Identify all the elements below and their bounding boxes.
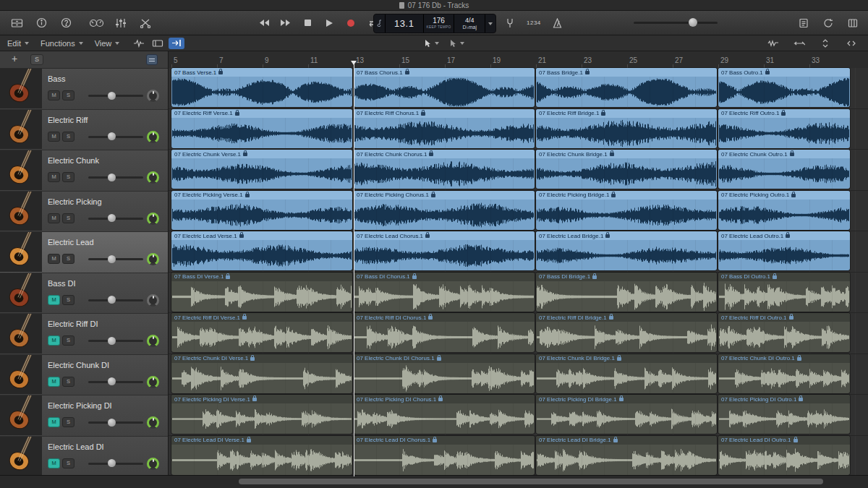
editors-icon[interactable] [136,15,155,31]
mute-button[interactable]: M [48,335,60,346]
functions-menu[interactable]: Functions [41,39,83,48]
region-07-electric-lead-di-verse-1[interactable]: 07 Electric Lead DI Verse.1 [171,436,352,475]
add-track-button[interactable]: + [12,53,17,64]
region-07-electric-chunk-verse-1[interactable]: 07 Electric Chunk Verse.1 [171,150,352,189]
pointer-tool-menu[interactable] [424,39,439,48]
volume-slider[interactable] [88,381,143,383]
inspector-icon[interactable] [32,15,51,31]
solo-button[interactable]: S [62,213,75,223]
region-07-electric-lead-di-bridge-1[interactable]: 07 Electric Lead DI Bridge.1 [536,436,717,475]
region-07-bass-di-bridge-1[interactable]: 07 Bass DI Bridge.1 [536,273,717,312]
volume-slider[interactable] [88,258,143,260]
region-07-electric-riff-verse-1[interactable]: 07 Electric Riff Verse.1 [171,109,352,148]
master-volume-knob[interactable] [689,18,697,27]
region-07-electric-picking-bridge-1[interactable]: 07 Electric Picking Bridge.1 [536,191,717,230]
rewind-icon[interactable] [255,16,273,30]
quick-help-icon[interactable] [56,15,75,31]
mute-button[interactable]: M [48,295,60,305]
region-07-electric-lead-di-outro-1[interactable]: 07 Electric Lead DI Outro.1 [718,436,850,475]
track-header-electric-chunk-di[interactable]: Electric Chunk DIMS [0,355,168,396]
solo-button[interactable]: S [62,417,75,427]
playhead[interactable] [354,61,354,476]
horizontal-zoom-stepper[interactable] [843,38,859,49]
volume-knob[interactable] [108,459,116,467]
region-07-bass-verse-1[interactable]: 07 Bass Verse.1 [171,68,352,107]
pan-knob[interactable] [147,213,159,225]
region-07-electric-chunk-di-verse-1[interactable]: 07 Electric Chunk DI Verse.1 [171,354,352,393]
edit-menu[interactable]: Edit [7,39,29,48]
bar-ruler[interactable]: 579111315171921232527293133 [169,51,868,69]
horizontal-scrollbar[interactable] [0,475,868,488]
mute-button[interactable]: M [48,132,60,142]
solo-button[interactable]: S [62,295,75,305]
volume-knob[interactable] [108,377,116,385]
volume-slider[interactable] [88,95,143,97]
solo-button[interactable]: S [62,458,75,468]
volume-knob[interactable] [108,92,116,100]
lcd-signature[interactable]: 4/4 D♭maj [454,14,485,33]
region-07-electric-riff-outro-1[interactable]: 07 Electric Riff Outro.1 [718,109,850,148]
zoom-horizontal-icon[interactable] [791,38,807,49]
mute-button[interactable]: M [48,254,60,264]
region-07-electric-chunk-di-chorus-1[interactable]: 07 Electric Chunk DI Chorus.1 [354,354,535,393]
vertical-zoom-stepper[interactable] [817,38,833,49]
pan-knob[interactable] [147,458,159,470]
lcd-tempo[interactable]: 176 KEEP TEMPO [424,14,455,33]
solo-button[interactable]: S [62,172,75,182]
region-07-electric-lead-verse-1[interactable]: 07 Electric Lead Verse.1 [171,231,352,270]
mute-button[interactable]: M [48,377,60,387]
browser-icon[interactable] [843,15,862,31]
region-07-electric-chunk-outro-1[interactable]: 07 Electric Chunk Outro.1 [718,150,850,189]
forward-icon[interactable] [276,16,295,30]
region-07-bass-chorus-1[interactable]: 07 Bass Chorus.1 [354,68,535,107]
solo-button[interactable]: S [62,335,75,346]
region-07-electric-riff-di-verse-1[interactable]: 07 Electric Riff DI Verse.1 [171,313,352,352]
pan-knob[interactable] [147,294,159,307]
catch-playhead-icon[interactable] [169,38,184,49]
command-tool-menu[interactable] [449,39,464,48]
region-07-electric-riff-di-outro-1[interactable]: 07 Electric Riff DI Outro.1 [718,313,850,352]
region-07-bass-outro-1[interactable]: 07 Bass Outro.1 [718,68,850,107]
track-header-config-icon[interactable] [146,54,158,65]
solo-off-button[interactable]: S [30,54,43,65]
volume-slider[interactable] [88,136,143,138]
track-header-electric-riff-di[interactable]: Electric Riff DIMS [0,314,168,355]
region-07-electric-riff-chorus-1[interactable]: 07 Electric Riff Chorus.1 [354,109,535,148]
region-07-electric-lead-outro-1[interactable]: 07 Electric Lead Outro.1 [718,231,850,270]
volume-knob[interactable] [108,214,116,222]
volume-knob[interactable] [108,255,116,263]
region-07-electric-picking-di-outro-1[interactable]: 07 Electric Picking DI Outro.1 [718,395,850,434]
record-icon[interactable] [341,16,360,30]
region-07-electric-riff-bridge-1[interactable]: 07 Electric Riff Bridge.1 [536,109,717,148]
metronome-icon[interactable] [548,15,567,31]
region-07-bass-bridge-1[interactable]: 07 Bass Bridge.1 [536,68,717,107]
region-07-electric-riff-di-bridge-1[interactable]: 07 Electric Riff DI Bridge.1 [536,313,717,352]
pan-knob[interactable] [147,131,159,143]
stop-icon[interactable] [298,16,317,30]
volume-knob[interactable] [108,132,116,140]
volume-knob[interactable] [108,174,116,181]
region-07-electric-chunk-chorus-1[interactable]: 07 Electric Chunk Chorus.1 [354,150,535,189]
solo-button[interactable]: S [62,254,75,264]
scrollbar-thumb[interactable] [239,479,823,484]
flex-icon[interactable] [131,38,147,49]
pan-knob[interactable] [147,376,159,388]
mute-button[interactable]: M [48,172,60,182]
mute-button[interactable]: M [48,213,60,223]
region-07-electric-picking-verse-1[interactable]: 07 Electric Picking Verse.1 [171,191,352,230]
lcd-mode-icon[interactable] [374,14,386,33]
pan-knob[interactable] [147,171,159,184]
volume-knob[interactable] [108,296,116,304]
volume-slider[interactable] [88,340,143,342]
region-07-electric-picking-outro-1[interactable]: 07 Electric Picking Outro.1 [718,191,850,230]
region-07-electric-chunk-di-outro-1[interactable]: 07 Electric Chunk DI Outro.1 [718,354,850,393]
mute-button[interactable]: M [48,417,60,427]
smart-controls-icon[interactable] [87,15,106,31]
region-07-electric-chunk-bridge-1[interactable]: 07 Electric Chunk Bridge.1 [536,150,717,189]
region-07-bass-di-chorus-1[interactable]: 07 Bass DI Chorus.1 [354,273,535,312]
solo-button[interactable]: S [62,377,75,387]
count-in-button[interactable]: 1234 [524,18,544,27]
track-header-electric-riff[interactable]: Electric RiffMS [0,110,168,151]
region-07-electric-lead-chorus-1[interactable]: 07 Electric Lead Chorus.1 [354,231,535,270]
volume-slider[interactable] [88,421,143,424]
